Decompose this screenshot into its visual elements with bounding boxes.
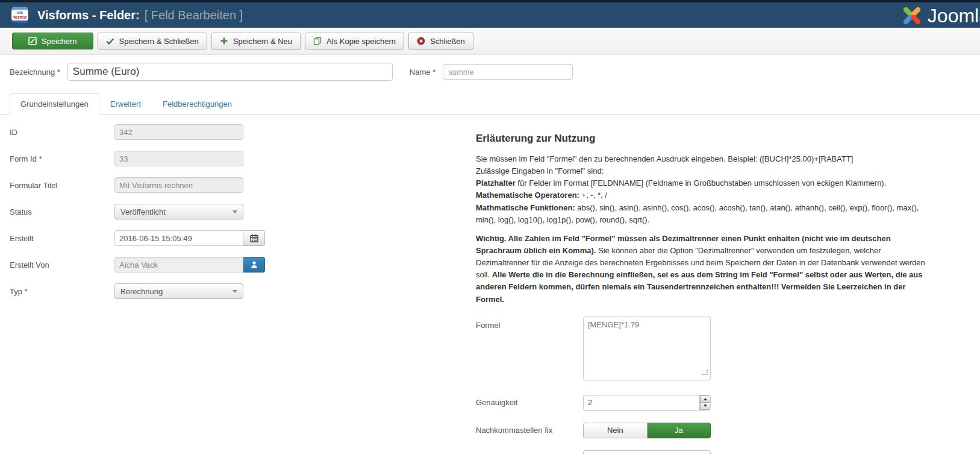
tab-bar: Grundeinstellungen Erweitert Feldberecht… [0, 93, 980, 115]
bezeichnung-label: Bezeichnung * [10, 68, 60, 77]
field-row-typ: Typ * Berechnung [10, 283, 476, 299]
joomla-icon [900, 4, 924, 28]
field-row-erstellt: Erstellt [10, 230, 476, 246]
chevron-down-icon [233, 290, 237, 293]
genauigkeit-label: Genauigkeit [476, 398, 583, 407]
field-row-dezimaltrenner: Dezimaltrenner Komma [476, 450, 940, 454]
left-column: ID Form Id * Formular Titel Status Veröf… [10, 124, 476, 454]
id-input [114, 124, 243, 140]
toggle-ja-button[interactable]: Ja [648, 423, 711, 438]
toolbar: Speichern Speichern & Schließen Speicher… [0, 28, 980, 55]
save-icon [28, 37, 37, 45]
field-row-id: ID [10, 124, 476, 140]
select-user-button[interactable] [243, 257, 265, 273]
visforms-logo: vis forms [11, 6, 29, 24]
typ-select-value: Berechnung [120, 287, 163, 296]
tab-grundeinstellungen[interactable]: Grundeinstellungen [10, 93, 99, 115]
field-row-erstellt-von: Erstellt Von [10, 257, 476, 273]
nachkommastellen-toggle: Nein Ja [583, 423, 711, 438]
typ-label: Typ * [10, 287, 114, 296]
toggle-nein-button[interactable]: Nein [583, 423, 648, 438]
help-paragraph-2: Wichtig. Alle Zahlen im Feld "Formel" mü… [476, 233, 932, 306]
tab-feldberechtigungen[interactable]: Feldberechtigungen [152, 93, 243, 115]
field-row-formel: Formel [MENGE]*1.79 [476, 317, 940, 383]
nachkommastellen-label: Nachkommastellen fix [476, 426, 583, 435]
typ-select[interactable]: Berechnung [114, 283, 243, 299]
visforms-logo-inner: vis forms [11, 10, 28, 21]
field-row-status: Status Veröffentlicht [10, 204, 476, 219]
dezimaltrenner-select[interactable]: Komma [583, 450, 711, 454]
check-icon [106, 37, 114, 45]
chevron-down-icon [233, 210, 237, 213]
copy-icon [313, 37, 322, 45]
help-line-1: Sie müssen im Feld "Formel" den zu berec… [476, 153, 932, 165]
calendar-button[interactable] [243, 230, 265, 246]
calendar-icon [250, 234, 258, 242]
formular-titel-input [114, 177, 243, 193]
formel-label: Formel [476, 317, 583, 330]
erstellt-input-group [114, 230, 265, 246]
formel-textarea[interactable]: [MENGE]*1.79 [583, 317, 711, 380]
joomla-logo-text: Joomla [928, 5, 980, 27]
visforms-logo-forms: forms [13, 15, 27, 20]
close-button[interactable]: Schließen [408, 33, 473, 49]
help-important-text-2: Alle Werte die in die Berechnung einflie… [476, 270, 923, 303]
stepper-buttons [699, 396, 710, 410]
name-input[interactable] [443, 64, 573, 80]
save-close-button-label: Speichern & Schließen [119, 37, 199, 46]
erstellt-von-input-group [114, 257, 265, 273]
stepper-down-button[interactable] [700, 403, 710, 410]
save-copy-button-label: Als Kopie speichern [326, 37, 396, 46]
genauigkeit-input[interactable] [584, 396, 699, 410]
field-row-formular-titel: Formular Titel [10, 177, 476, 193]
status-label: Status [10, 207, 114, 216]
content-columns: ID Form Id * Formular Titel Status Veröf… [0, 124, 980, 454]
resize-grip-icon[interactable] [702, 367, 708, 378]
tab-erweitert[interactable]: Erweitert [99, 93, 152, 115]
status-select-value: Veröffentlicht [120, 207, 166, 216]
erstellt-label: Erstellt [10, 234, 114, 243]
erstellt-input[interactable] [114, 230, 243, 246]
joomla-logo: Joomla [900, 4, 980, 28]
save-button-label: Speichern [42, 37, 77, 46]
stepper-up-button[interactable] [700, 396, 710, 403]
help-line-5: Mathmatische Funktionen: abs(), sin(), a… [476, 203, 919, 224]
help-paragraph-1: Sie müssen im Feld "Formel" den zu berec… [476, 153, 932, 226]
help-line-2: Zulässige Eingaben in "Formel" sind: [476, 165, 932, 177]
form-id-label: Form Id * [10, 154, 114, 163]
field-row-form-id: Form Id * [10, 151, 476, 166]
field-row-nachkommastellen: Nachkommastellen fix Nein Ja [476, 423, 940, 438]
help-line-3: Platzhalter für Felder im Format [FELDNN… [476, 177, 932, 189]
save-button[interactable]: Speichern [12, 33, 93, 49]
save-close-button[interactable]: Speichern & Schließen [98, 33, 207, 49]
right-column: Erläuterung zur Nutzung Sie müssen im Fe… [476, 124, 940, 454]
name-label: Name * [410, 68, 435, 77]
page-title-text: Visforms - Felder: [37, 8, 140, 22]
formular-titel-label: Formular Titel [10, 181, 114, 190]
erstellt-von-input [114, 257, 243, 273]
id-label: ID [10, 128, 114, 137]
genauigkeit-stepper [583, 395, 711, 411]
page-subtitle: [ Feld Bearbeiten ] [145, 8, 243, 22]
help-heading: Erläuterung zur Nutzung [476, 133, 940, 145]
status-select[interactable]: Veröffentlicht [114, 204, 243, 219]
arrow-down-icon [704, 405, 707, 407]
header-bar: vis forms Visforms - Felder:[ Feld Bearb… [0, 2, 980, 28]
title-fields-row: Bezeichnung * Name * [10, 63, 970, 81]
bezeichnung-input[interactable] [67, 63, 393, 81]
formel-textarea-wrap: [MENGE]*1.79 [583, 317, 711, 383]
form-id-input [114, 151, 243, 166]
save-copy-button[interactable]: Als Kopie speichern [305, 33, 404, 49]
help-panel: Erläuterung zur Nutzung Sie müssen im Fe… [476, 133, 940, 306]
save-new-button-label: Speichern & Neu [233, 37, 292, 46]
close-button-label: Schließen [430, 37, 465, 46]
page-title: Visforms - Felder:[ Feld Bearbeiten ] [37, 8, 243, 22]
save-new-button[interactable]: Speichern & Neu [211, 33, 301, 49]
erstellt-von-label: Erstellt Von [10, 260, 114, 270]
app-header: vis forms Visforms - Felder:[ Feld Bearb… [0, 0, 980, 28]
field-row-genauigkeit: Genauigkeit [476, 395, 940, 411]
user-icon [250, 260, 258, 269]
help-line-4: Mathematische Operatoren: +, -, *, / [476, 189, 932, 201]
arrow-up-icon [704, 398, 707, 400]
close-icon [417, 37, 425, 45]
